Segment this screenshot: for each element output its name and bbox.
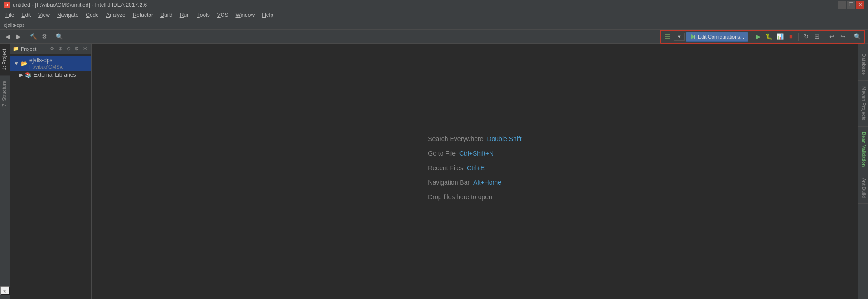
search-everywhere-button[interactable]: 🔍 — [853, 32, 863, 42]
project-label: ejails-dps — [4, 22, 24, 28]
project-panel-header-left: 📁 Project — [13, 46, 36, 52]
hint-recent-key: Ctrl+E — [467, 164, 485, 172]
svg-rect-1 — [665, 36, 670, 37]
menu-run[interactable]: Run — [176, 11, 194, 19]
run-config-dropdown-arrow: ▼ — [677, 34, 682, 39]
run-sep-4 — [850, 33, 850, 41]
project-panel-icon: 📁 — [13, 46, 19, 52]
editor-area: Search Everywhere Double Shift Go to Fil… — [92, 44, 858, 299]
menu-edit[interactable]: Edit — [18, 11, 34, 19]
svg-marker-3 — [691, 34, 695, 39]
project-panel-header-right: ⟳ ⊕ ⊖ ⚙ ✕ — [48, 45, 88, 53]
panel-collapse-button[interactable]: ⊖ — [65, 45, 72, 53]
right-tabs: Database Maven Projects Bean Validation … — [858, 44, 868, 299]
tree-item-root[interactable]: ▼ 📂 ejails-dps F:\yibao\CMS\e — [10, 56, 91, 71]
menu-vcs[interactable]: VCS — [213, 11, 232, 19]
tree-item-external-libraries[interactable]: ▶ 📚 External Libraries — [10, 71, 91, 79]
undo-button[interactable]: ↩ — [827, 32, 837, 42]
debug-button[interactable]: 🐛 — [764, 32, 774, 42]
title-text: untitled - [F:\yibao\CMS\untitled] - Int… — [13, 2, 147, 8]
hint-recent-label: Recent Files — [428, 164, 463, 172]
menu-navigate[interactable]: Navigate — [53, 11, 82, 19]
run-with-coverage-button[interactable]: 📊 — [775, 32, 785, 42]
project-panel-header: 📁 Project ⟳ ⊕ ⊖ ⚙ ✕ — [10, 44, 91, 54]
hint-search-key: Double Shift — [487, 135, 521, 142]
right-tab-ant-build[interactable]: Ant Build — [858, 172, 868, 204]
project-panel: 📁 Project ⟳ ⊕ ⊖ ⚙ ✕ ▼ 📂 ejails-dps F:\yi… — [10, 44, 92, 299]
run-sep-1 — [751, 33, 751, 41]
svg-rect-0 — [665, 34, 670, 35]
hint-search-everywhere: Search Everywhere Double Shift — [428, 135, 521, 142]
tree-arrow-icon: ▼ — [14, 60, 19, 67]
stop-button[interactable]: ■ — [786, 32, 796, 42]
minimize-button[interactable]: ─ — [838, 1, 846, 9]
right-tab-maven[interactable]: Maven Projects — [858, 81, 868, 127]
run-config-area: ▼ Edit Configurations... ▶ 🐛 📊 ■ ↻ ⊞ ↩ ↪… — [660, 30, 865, 44]
sidebar-tab-structure[interactable]: 7: Structure — [0, 75, 10, 112]
hint-goto-file: Go to File Ctrl+Shift+N — [428, 150, 521, 157]
tree-ext-lib-label: External Libraries — [34, 72, 76, 78]
hint-drop-label: Drop files here to open — [428, 193, 492, 201]
toolbar-back-button[interactable]: ◀ — [3, 32, 13, 42]
run-config-list-button[interactable] — [663, 32, 673, 42]
edit-configurations-button[interactable]: Edit Configurations... — [686, 32, 748, 42]
svg-rect-4 — [694, 35, 695, 39]
toolbar-left: ◀ ▶ 🔨 ⚙ 🔍 — [3, 32, 64, 42]
redo-button[interactable]: ↪ — [838, 32, 848, 42]
run-button[interactable]: ▶ — [753, 32, 763, 42]
layout-button[interactable]: ⊞ — [812, 32, 822, 42]
toolbar-forward-button[interactable]: ▶ — [14, 32, 24, 42]
hint-goto-key: Ctrl+Shift+N — [459, 150, 494, 157]
menu-help[interactable]: Help — [258, 11, 277, 19]
menu-build[interactable]: Build — [157, 11, 176, 19]
restore-button[interactable]: ❐ — [847, 1, 855, 9]
menu-window[interactable]: Window — [232, 11, 258, 19]
toolbar-settings-button[interactable]: ⚙ — [39, 32, 49, 42]
right-tab-bean-validation[interactable]: Bean Validation — [858, 127, 868, 172]
toolbar-build-button[interactable]: 🔨 — [29, 32, 39, 42]
project-tree: ▼ 📂 ejails-dps F:\yibao\CMS\e ▶ 📚 Extern… — [10, 54, 91, 299]
right-tab-database[interactable]: Database — [858, 48, 868, 81]
hint-drop-files: Drop files here to open — [428, 193, 521, 201]
project-label-bar: ejails-dps — [0, 20, 868, 30]
toolbar-separator-2 — [52, 33, 52, 41]
main-toolbar: ◀ ▶ 🔨 ⚙ 🔍 ▼ Edit Configurations... ▶ 🐛 📊… — [0, 30, 868, 44]
hint-nav-label: Navigation Bar — [428, 179, 470, 186]
panel-settings-button[interactable]: ⚙ — [73, 45, 80, 53]
project-panel-title: Project — [21, 46, 36, 52]
title-bar-controls: ─ ❐ ✕ — [838, 1, 864, 9]
hint-goto-label: Go to File — [428, 150, 456, 157]
tree-folder-icon: 📂 — [21, 60, 28, 67]
svg-rect-2 — [665, 38, 670, 39]
panel-sync-button[interactable]: ⟳ — [48, 45, 56, 53]
menu-file[interactable]: File — [2, 11, 18, 19]
hint-nav-bar: Navigation Bar Alt+Home — [428, 179, 521, 186]
main-content: 1: Project 7: Structure ★ 📁 Project ⟳ ⊕ … — [0, 44, 868, 299]
menu-analyze[interactable]: Analyze — [102, 11, 129, 19]
favorites-button[interactable]: ★ — [0, 286, 10, 295]
sidebar-tab-project[interactable]: 1: Project — [0, 44, 10, 75]
welcome-hints: Search Everywhere Double Shift Go to Fil… — [428, 135, 521, 208]
app-icon: J — [4, 2, 10, 8]
menu-bar: File Edit View Navigate Code Analyze Ref… — [0, 10, 868, 20]
run-config-dropdown[interactable]: ▼ — [674, 33, 685, 41]
update-app-button[interactable]: ↻ — [801, 32, 811, 42]
hint-search-label: Search Everywhere — [428, 135, 483, 142]
run-sep-2 — [798, 33, 799, 41]
panel-hide-button[interactable]: ✕ — [81, 45, 88, 53]
menu-view[interactable]: View — [34, 11, 53, 19]
menu-code[interactable]: Code — [82, 11, 102, 19]
close-button[interactable]: ✕ — [856, 1, 864, 9]
edit-configurations-label: Edit Configurations... — [698, 34, 744, 39]
hint-recent-files: Recent Files Ctrl+E — [428, 164, 521, 172]
toolbar-separator-1 — [26, 33, 26, 41]
menu-refactor[interactable]: Refactor — [129, 11, 157, 19]
run-sep-3 — [824, 33, 824, 41]
tree-root-label: ejails-dps F:\yibao\CMS\e — [29, 57, 87, 70]
menu-tools[interactable]: Tools — [194, 11, 213, 19]
toolbar-search-button[interactable]: 🔍 — [54, 32, 64, 42]
hint-nav-key: Alt+Home — [473, 179, 501, 186]
panel-expand-button[interactable]: ⊕ — [57, 45, 64, 53]
tree-arrow-collapsed-icon: ▶ — [19, 72, 23, 78]
title-bar: J untitled - [F:\yibao\CMS\untitled] - I… — [0, 0, 868, 10]
